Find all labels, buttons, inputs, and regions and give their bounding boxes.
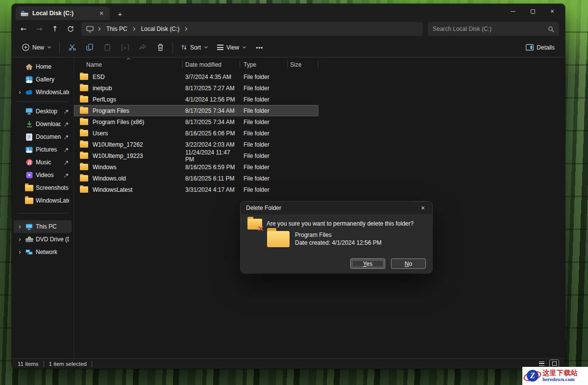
- delete-cross-icon: ×: [258, 223, 264, 233]
- table-row-selected[interactable]: Program Files8/17/2025 7:34 AMFile folde…: [74, 105, 318, 116]
- table-row[interactable]: ESD3/7/2024 4:35 AMFile folder: [74, 71, 318, 82]
- column-header-type[interactable]: Type: [240, 59, 288, 70]
- refresh-icon[interactable]: [63, 22, 78, 36]
- column-header-date-modified[interactable]: Date modified: [183, 59, 240, 70]
- table-row[interactable]: Windows8/16/2025 6:59 PMFile folder: [74, 161, 318, 173]
- sort-button[interactable]: Sort: [176, 40, 213, 55]
- pin-icon: [63, 109, 69, 114]
- sidebar-item-documents[interactable]: Documents: [14, 130, 72, 143]
- new-tab-button[interactable]: +: [114, 7, 126, 20]
- column-header-size[interactable]: Size: [288, 59, 318, 70]
- paste-icon[interactable]: [98, 40, 116, 55]
- dialog-title-bar: Delete Folder ×: [241, 202, 432, 214]
- table-row[interactable]: WindowsLatest3/31/2024 4:17 AMFile folde…: [74, 184, 318, 195]
- table-row[interactable]: PerfLogs4/1/2024 12:56 PMFile folder: [74, 94, 318, 105]
- rename-icon[interactable]: A: [116, 40, 134, 55]
- chevron-expand-icon[interactable]: [17, 250, 23, 255]
- no-button[interactable]: No: [391, 258, 426, 269]
- large-icons-view-icon: [552, 361, 557, 366]
- back-button[interactable]: ←: [16, 22, 31, 36]
- folder-icon: [80, 96, 88, 103]
- dialog-item-detail: Date created: 4/1/2024 12:56 PM: [295, 239, 382, 247]
- navigation-sidebar: Home Gallery WindowsLatest - Pe Desktop: [12, 57, 74, 358]
- view-button[interactable]: View: [213, 40, 251, 55]
- table-row[interactable]: inetpub8/17/2025 7:27 AMFile folder: [74, 82, 318, 94]
- sidebar-item-music[interactable]: Music: [14, 156, 72, 169]
- file-name: WindowsLatest: [93, 186, 132, 193]
- search-icon[interactable]: [548, 26, 554, 32]
- file-name: Windows: [93, 164, 117, 171]
- delete-folder-icon: ×: [247, 219, 262, 230]
- address-bar[interactable]: This PC Local Disk (C:): [81, 22, 423, 36]
- sidebar-item-downloads[interactable]: Downloads: [14, 118, 72, 130]
- breadcrumb-local-disk[interactable]: Local Disk (C:): [140, 25, 181, 33]
- chevron-expand-icon[interactable]: [17, 225, 23, 229]
- sidebar-item-dvd-drive[interactable]: DVD Drive (D:) CCC: [14, 233, 72, 246]
- folder-icon: [80, 119, 88, 125]
- close-button[interactable]: ×: [542, 5, 562, 18]
- delete-icon[interactable]: [151, 40, 169, 55]
- chevron-right-icon: [97, 26, 102, 31]
- column-header-name[interactable]: Name: [74, 59, 183, 70]
- file-name: W10Ultemp_17262: [93, 141, 143, 148]
- table-row[interactable]: W10Ultemp_1922311/24/2024 11:47 PMFile f…: [74, 150, 318, 161]
- chevron-right-icon: [132, 26, 137, 31]
- file-name: Windows.old: [93, 175, 126, 182]
- sidebar-item-videos[interactable]: Videos: [14, 169, 72, 181]
- forward-button[interactable]: →: [31, 22, 47, 36]
- breadcrumb-this-pc[interactable]: This PC: [105, 25, 128, 33]
- dvd-drive-icon: [25, 236, 33, 242]
- chevron-down-icon: [242, 45, 246, 50]
- more-options-icon[interactable]: •••: [251, 40, 269, 55]
- new-button[interactable]: New: [18, 40, 56, 55]
- folder-icon: [80, 153, 88, 159]
- chevron-expand-icon[interactable]: [17, 237, 23, 242]
- file-name: W10Ultemp_19223: [93, 153, 143, 159]
- sidebar-item-onedrive[interactable]: WindowsLatest - Pe: [14, 86, 72, 99]
- search-input[interactable]: Search Local Disk (C:): [428, 22, 559, 36]
- sidebar-item-screenshots[interactable]: Screenshots: [14, 181, 72, 194]
- sidebar-item-home[interactable]: Home: [14, 60, 72, 73]
- details-pane-button[interactable]: Details: [521, 40, 559, 55]
- sidebar-item-desktop[interactable]: Desktop: [14, 105, 72, 118]
- cut-icon[interactable]: [63, 40, 81, 55]
- home-icon: [25, 63, 33, 70]
- folder-icon: [80, 141, 88, 148]
- svg-text:A: A: [123, 46, 126, 50]
- watermark: Z 这里下载站 heredown.com: [522, 367, 588, 385]
- sidebar-item-this-pc[interactable]: This PC: [14, 220, 72, 233]
- toolbar-divider: [172, 42, 173, 53]
- chevron-expand-icon[interactable]: [17, 90, 23, 95]
- this-pc-icon: [25, 224, 33, 230]
- status-bar: 11 items 1 item selected: [12, 358, 565, 369]
- tab-close-icon[interactable]: ×: [97, 9, 106, 17]
- file-name: ESD: [93, 74, 105, 80]
- table-row[interactable]: Windows.old8/16/2025 6:11 PMFile folder: [74, 173, 318, 184]
- copy-icon[interactable]: [81, 40, 98, 55]
- dialog-close-icon[interactable]: ×: [416, 203, 430, 213]
- tab-local-disk[interactable]: Local Disk (C:) ×: [16, 6, 110, 20]
- up-button[interactable]: ↑: [47, 22, 63, 36]
- file-name: Program Files: [93, 107, 129, 114]
- table-row[interactable]: Users8/16/2025 6:06 PMFile folder: [74, 128, 318, 139]
- chevron-down-icon: [47, 45, 51, 50]
- item-count: 11 items: [18, 361, 39, 367]
- share-icon[interactable]: [134, 40, 151, 55]
- tab-title: Local Disk (C:): [32, 10, 93, 17]
- file-name: Program Files (x86): [93, 119, 144, 126]
- table-row[interactable]: Program Files (x86)8/17/2025 7:34 AMFile…: [74, 116, 318, 128]
- command-toolbar: New A Sort View ••• Details: [12, 38, 565, 57]
- details-view-icon: [539, 361, 544, 366]
- sidebar-item-gallery[interactable]: Gallery: [14, 73, 72, 86]
- search-placeholder: Search Local Disk (C:): [433, 26, 491, 32]
- minimize-button[interactable]: [503, 5, 523, 18]
- sidebar-item-windowslatest[interactable]: WindowsLatest: [14, 194, 72, 207]
- yes-button[interactable]: Yes: [350, 258, 385, 269]
- maximize-button[interactable]: [523, 5, 542, 18]
- sidebar-item-pictures[interactable]: Pictures: [14, 143, 72, 156]
- folder-icon: [80, 175, 88, 181]
- pin-icon: [63, 160, 69, 165]
- sidebar-item-network[interactable]: Network: [14, 246, 72, 258]
- file-name: PerfLogs: [93, 96, 116, 103]
- pin-icon: [63, 122, 69, 127]
